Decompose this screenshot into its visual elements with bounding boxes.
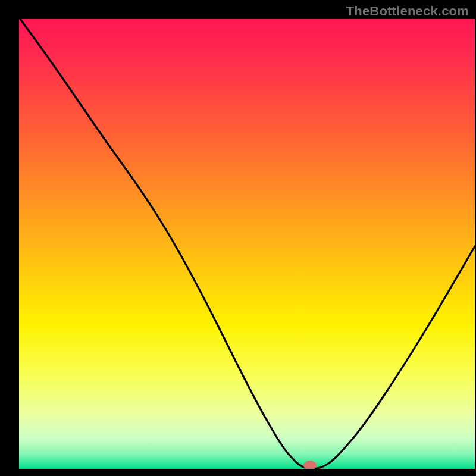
chart-container: { "attribution": "TheBottleneck.com", "p… (0, 0, 476, 476)
bottleneck-chart (0, 0, 476, 476)
gradient-background (19, 19, 475, 469)
source-attribution: TheBottleneck.com (346, 4, 469, 19)
optimal-point-marker (303, 461, 317, 470)
